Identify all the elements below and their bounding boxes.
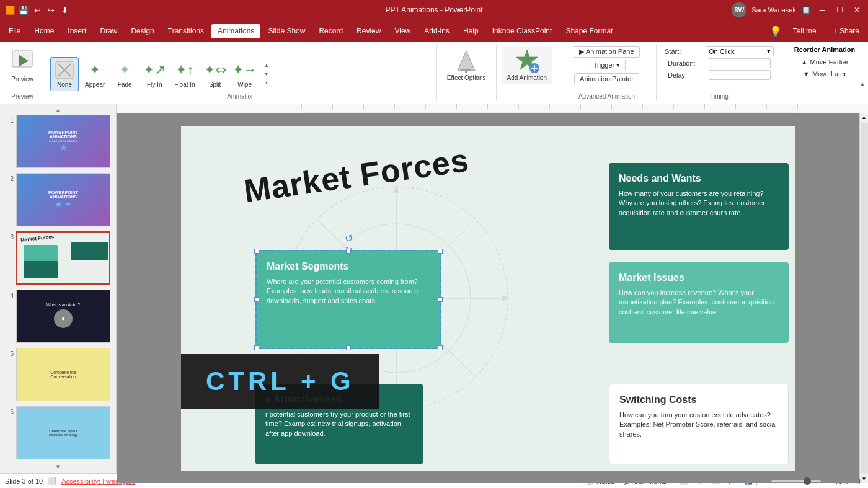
svg-marker-42 [502, 295, 510, 301]
undo-icon[interactable]: ↩ [32, 5, 42, 15]
trigger-button[interactable]: Trigger ▾ [588, 60, 626, 71]
menu-shape-format[interactable]: Shape Format [559, 24, 619, 38]
slide-num-3: 3 [4, 234, 14, 241]
canvas-area: Market Forces Needs and Wants How many o… [117, 113, 859, 483]
menu-view[interactable]: View [388, 24, 417, 38]
minimize-button[interactable]: ─ [816, 4, 828, 16]
slide-scroll-up[interactable]: ▲ [2, 107, 113, 113]
slide-thumbnail-1[interactable]: 1 POWERPOINT ANIMATIONS MASTER CLASSES ★ [2, 113, 113, 169]
advanced-animation-section: ▶ Animation Pane Trigger ▾ Animation Pai… [557, 45, 657, 101]
reorder-section: Reorder Animation ▲ Move Earlier ▼ Move … [781, 45, 868, 101]
flyin-animation-button[interactable]: ✦↗ Fly In [141, 58, 168, 91]
advanced-animation-section-label: Advanced Animation [578, 93, 635, 100]
svg-rect-7 [465, 71, 467, 73]
delay-row: Delay: [668, 70, 771, 80]
delay-label: Delay: [668, 71, 705, 79]
move-earlier-button[interactable]: ▲ Move Earlier [799, 57, 851, 67]
slide-thumbnail-6[interactable]: 6 Determine layoutobjective strategy [2, 405, 113, 461]
animation-painter-button[interactable]: Animation Painter [574, 73, 639, 84]
slide-thumbnail-2[interactable]: 2 POWERPOINT ANIMATIONS ★ ✦ [2, 172, 113, 228]
slide-thumbnail-5[interactable]: 5 Complete theConversation [2, 347, 113, 402]
duration-input[interactable] [709, 58, 771, 68]
more-icon[interactable]: ⬇ [60, 5, 69, 15]
svg-marker-6 [459, 52, 474, 69]
needs-wants-title: Needs and Wants [619, 173, 779, 184]
preview-button[interactable]: Preview [5, 46, 40, 85]
scroll-down-arrow[interactable]: ▼ [262, 70, 271, 79]
start-dropdown[interactable]: On Click ▾ [706, 46, 774, 56]
move-later-button[interactable]: ▼ Move Later [800, 69, 849, 79]
shortcut-text: CTRL + G [206, 366, 355, 396]
menu-animations[interactable]: Animations [211, 24, 260, 38]
menu-record[interactable]: Record [312, 24, 349, 38]
animation-painter-row: Animation Painter [574, 73, 639, 84]
title-bar-left: 🟧 💾 ↩ ↪ ⬇ [5, 5, 69, 15]
reorder-label: Reorder Animation [794, 46, 856, 53]
fade-animation-button[interactable]: ✦ Fade [111, 58, 138, 91]
split-animation-button[interactable]: ✦⇔ Split [202, 58, 229, 91]
switching-costs-card: Switching Costs How can you turn your cu… [609, 384, 789, 464]
scroll-up-button[interactable]: ▲ [861, 113, 868, 122]
user-avatar[interactable]: SW [732, 2, 746, 17]
handle-tl[interactable] [254, 249, 259, 254]
zoom-thumb[interactable] [804, 477, 811, 485]
scroll-more-arrow[interactable]: ▾ [262, 79, 271, 87]
menu-draw[interactable]: Draw [94, 24, 123, 38]
window-title: PPT Animations - PowerPoint [385, 6, 482, 14]
share-button[interactable]: ↑ Share [828, 24, 866, 38]
animation-pane-label: Animation Pane [586, 48, 634, 55]
wipe-icon: ✦→ [235, 60, 255, 80]
animation-pane-button[interactable]: ▶ Animation Pane [574, 46, 639, 58]
menu-file[interactable]: File [2, 24, 27, 38]
slide-num-6: 6 [4, 409, 14, 415]
vertical-scrollbar[interactable]: ▲ ▼ [859, 113, 868, 483]
handle-tc[interactable] [346, 249, 351, 254]
scroll-up-arrow[interactable]: ▲ [262, 61, 271, 70]
redo-icon[interactable]: ↪ [46, 5, 56, 15]
menu-home[interactable]: Home [28, 24, 60, 38]
zoom-slider[interactable] [771, 480, 821, 482]
slide-view-icon: ⬜ [48, 477, 56, 485]
slide-thumbnail-3[interactable]: 3 Market Forces [2, 230, 113, 286]
slide-img-5: Complete theConversation [16, 348, 110, 401]
save-icon[interactable]: 💾 [19, 5, 29, 15]
handle-br[interactable] [438, 345, 443, 350]
handle-bc[interactable] [346, 345, 351, 350]
effect-options-button[interactable]: Effect Options [442, 46, 491, 84]
trigger-row: Trigger ▾ [588, 60, 626, 71]
duration-row: Duration: [668, 58, 771, 68]
menu-addins[interactable]: Add-ins [418, 24, 456, 38]
handle-tr[interactable] [438, 249, 443, 254]
appear-animation-button[interactable]: ✦ Appear [81, 58, 108, 91]
menu-insert[interactable]: Insert [61, 24, 92, 38]
add-animation-button[interactable]: Add Animation [502, 46, 552, 84]
lightbulb-icon[interactable]: 💡 [769, 25, 782, 37]
scroll-thumb[interactable] [861, 123, 868, 474]
delay-input[interactable] [709, 70, 771, 80]
preview-icon [10, 48, 35, 73]
wipe-animation-button[interactable]: ✦→ Wipe [231, 58, 259, 91]
menu-design[interactable]: Design [125, 24, 160, 38]
trigger-label: Trigger [593, 61, 614, 69]
handle-ml[interactable] [254, 297, 259, 302]
slide-scroll-down[interactable]: ▼ [2, 463, 113, 470]
handle-mr[interactable] [438, 297, 443, 302]
animation-pane-row: ▶ Animation Pane [574, 46, 639, 58]
none-animation-button[interactable]: None [50, 57, 79, 91]
handle-bl[interactable] [254, 345, 259, 350]
menu-review[interactable]: Review [350, 24, 387, 38]
menu-help[interactable]: Help [457, 24, 485, 38]
ribbon-display-icon[interactable]: 🔲 [801, 5, 811, 15]
close-button[interactable]: ✕ [851, 4, 863, 16]
maximize-button[interactable]: ☐ [833, 4, 846, 16]
ribbon-collapse-button[interactable]: ▲ [859, 81, 866, 87]
tell-me-button[interactable]: Tell me [787, 24, 823, 38]
slide-thumbnail-4[interactable]: 4 What is an Anim? ● [2, 288, 113, 344]
move-earlier-icon: ▲ [801, 58, 808, 66]
menu-slideshow[interactable]: Slide Show [262, 24, 311, 38]
ruler [117, 104, 868, 113]
menu-transitions[interactable]: Transitions [162, 24, 210, 38]
menu-inknoe[interactable]: Inknoe ClassPoint [486, 24, 559, 38]
floatin-animation-button[interactable]: ✦↑ Float In [170, 58, 198, 91]
flyin-icon: ✦↗ [144, 60, 164, 80]
